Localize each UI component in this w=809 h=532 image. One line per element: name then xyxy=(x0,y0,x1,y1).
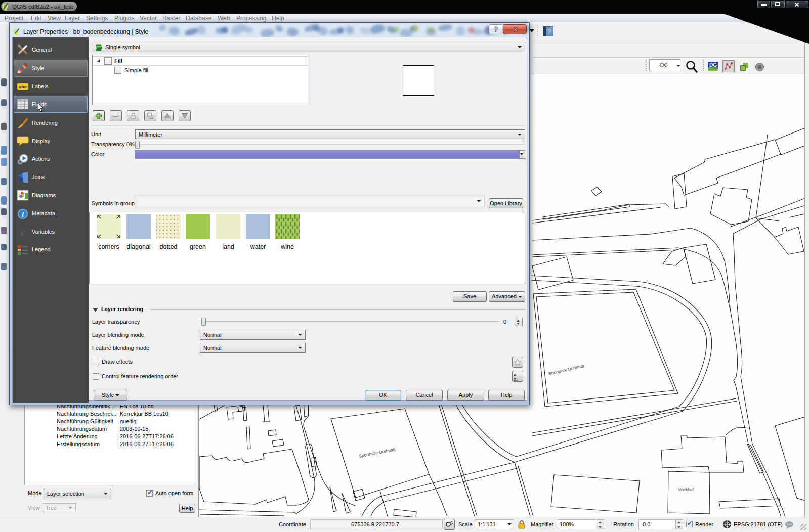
svg-text:abc: abc xyxy=(19,84,27,90)
svg-text:Werkhof: Werkhof xyxy=(678,487,694,492)
svg-text:Sporthalle Dorfmatt: Sporthalle Dorfmatt xyxy=(358,447,396,459)
svg-text:ε: ε xyxy=(21,226,25,238)
svg-text:Sportpark Dorfmatt: Sportpark Dorfmatt xyxy=(548,363,585,376)
svg-text:x: x xyxy=(514,25,518,33)
svg-text:?: ? xyxy=(494,25,498,33)
